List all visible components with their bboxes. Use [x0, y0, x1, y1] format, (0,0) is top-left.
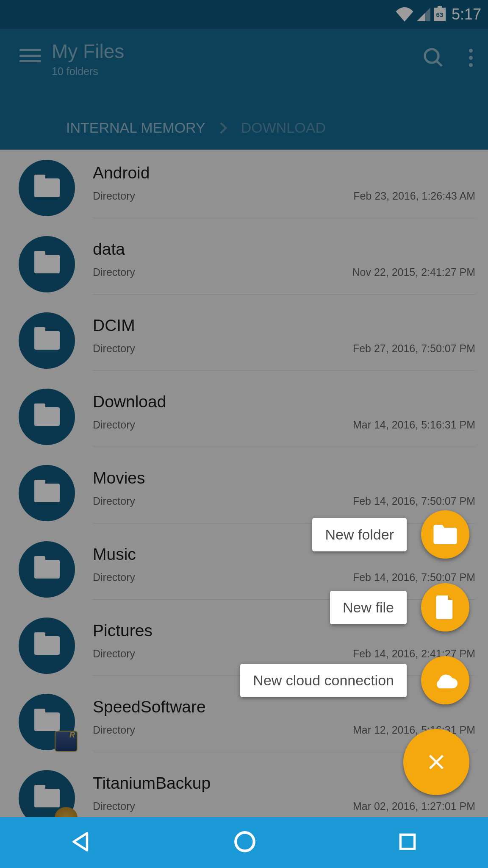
clock: 5:17 — [452, 6, 481, 23]
search-icon — [423, 47, 444, 68]
page-subtitle: 10 folders — [52, 65, 412, 78]
page-title: My Files — [52, 40, 412, 63]
folder-icon — [19, 312, 75, 369]
home-icon — [233, 829, 257, 854]
item-type: Directory — [93, 495, 135, 507]
signal-icon — [417, 8, 430, 21]
folder-icon — [19, 160, 75, 216]
fab-item-file[interactable]: New file — [330, 583, 469, 632]
item-name: Android — [93, 164, 475, 182]
folder-icon — [433, 525, 457, 544]
breadcrumb-item[interactable]: DOWNLOAD — [241, 120, 326, 136]
item-type: Directory — [93, 190, 135, 202]
search-button[interactable] — [423, 47, 444, 68]
app-bar: My Files 10 folders INTERNAL MEMORY DOWN… — [0, 29, 488, 150]
cloud-icon — [433, 672, 458, 689]
item-type: Directory — [93, 800, 135, 812]
breadcrumb: INTERNAL MEMORY DOWNLOAD — [0, 120, 488, 150]
list-item[interactable]: DownloadDirectoryMar 14, 2016, 5:16:31 P… — [0, 378, 488, 455]
item-type: Directory — [93, 724, 135, 736]
fab-label: New folder — [312, 518, 407, 551]
status-bar: 63 5:17 — [0, 0, 488, 29]
item-type: Directory — [93, 266, 135, 278]
close-icon — [427, 752, 446, 772]
item-type: Directory — [93, 648, 135, 660]
wifi-icon — [396, 7, 413, 22]
item-name: data — [93, 240, 475, 259]
folder-icon — [19, 236, 75, 292]
item-name: DCIM — [93, 316, 475, 335]
item-date: Feb 27, 2016, 7:50:07 PM — [353, 342, 475, 355]
fab-label: New cloud connection — [240, 664, 407, 697]
fab-item-cloud[interactable]: New cloud connection — [240, 656, 469, 704]
app-badge-icon — [55, 731, 78, 752]
folder-icon — [19, 694, 75, 750]
item-date: Feb 23, 2016, 1:26:43 AM — [353, 190, 475, 202]
back-button[interactable] — [70, 830, 93, 855]
fab-item-folder[interactable]: New folder — [312, 510, 469, 559]
overflow-icon — [469, 49, 473, 67]
breadcrumb-item[interactable]: INTERNAL MEMORY — [66, 120, 205, 136]
item-type: Directory — [93, 419, 135, 431]
list-item[interactable]: AndroidDirectoryFeb 23, 2016, 1:26:43 AM — [0, 150, 488, 226]
item-date: Mar 14, 2016, 5:16:31 PM — [353, 419, 475, 431]
svg-point-0 — [236, 832, 254, 851]
battery-icon: 63 — [434, 8, 446, 21]
item-name: Movies — [93, 469, 475, 487]
recent-icon — [397, 831, 418, 852]
chevron-right-icon — [219, 122, 227, 134]
fab-menu: New cloud connection New file New folder — [240, 510, 469, 795]
item-date: Feb 14, 2016, 7:50:07 PM — [353, 495, 475, 507]
list-item[interactable]: dataDirectoryNov 22, 2015, 2:41:27 PM — [0, 226, 488, 302]
navigation-bar — [0, 817, 488, 868]
item-date: Nov 22, 2015, 2:41:27 PM — [352, 266, 475, 278]
item-type: Directory — [93, 571, 135, 584]
fab-label: New file — [330, 591, 407, 624]
folder-icon — [19, 389, 75, 445]
fab-close-button[interactable] — [403, 729, 469, 795]
overflow-button[interactable] — [469, 49, 473, 67]
folder-icon — [19, 541, 75, 598]
list-item[interactable]: DCIMDirectoryFeb 27, 2016, 7:50:07 PM — [0, 302, 488, 378]
item-name: Download — [93, 392, 475, 411]
folder-icon — [19, 465, 75, 521]
item-type: Directory — [93, 342, 135, 355]
back-icon — [70, 830, 93, 853]
recent-button[interactable] — [397, 831, 418, 854]
item-date: Mar 02, 2016, 1:27:01 PM — [353, 800, 475, 812]
file-icon — [436, 595, 455, 619]
home-button[interactable] — [233, 829, 257, 856]
svg-rect-1 — [400, 835, 414, 849]
folder-icon — [19, 618, 75, 674]
menu-button[interactable] — [19, 49, 41, 62]
